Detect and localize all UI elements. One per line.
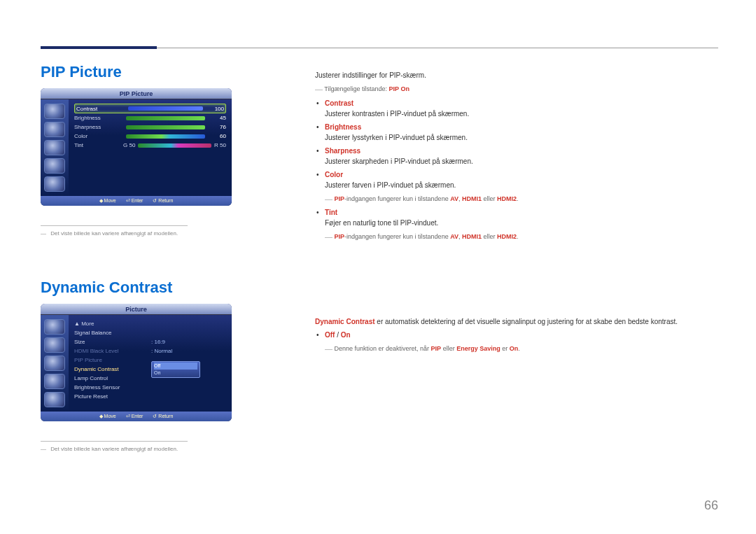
color-footnote: ― PIP-indgangen fungerer kun i tilstande… (325, 193, 721, 205)
gear-icon (44, 158, 65, 174)
layers-icon (44, 176, 65, 192)
intro-text: Justerer indstillinger for PIP-skærm. (315, 70, 721, 80)
layers-icon (44, 392, 65, 407)
item-tint-name: Tint (325, 207, 721, 218)
slider-tint (138, 143, 211, 148)
item-tint: Tint Føjer en naturlig tone til PIP-vind… (325, 207, 721, 243)
dropdown-on: On (154, 370, 197, 377)
osd2-row-picreset: Picture Reset (74, 392, 226, 401)
osd2-row-dyncontrast: Dynamic Contrast Off On (74, 365, 226, 374)
section2-title: Dynamic Contrast (41, 279, 251, 297)
osd1-brightness-label: Brightness (74, 115, 123, 121)
osd1-color-val: 60 (208, 133, 226, 139)
osd2-enter: Enter (132, 414, 144, 419)
osd2-dropdown: Off On (151, 361, 200, 378)
dyn-options: Off / On (325, 330, 721, 340)
osd1-brightness-val: 45 (208, 115, 226, 121)
osd-dynamic-contrast: Picture ▲ More Signal Balance Size: 16:9… (41, 304, 232, 421)
speaker-icon (44, 356, 65, 371)
camera-icon (44, 319, 65, 335)
item-contrast-name: Contrast (325, 98, 721, 108)
item-color-name: Color (325, 169, 721, 180)
speaker-icon (44, 140, 65, 155)
item-sharpness: Sharpness Justerer skarpheden i PIP-vind… (325, 146, 721, 167)
osd1-row-brightness: Brightness 45 (74, 113, 226, 122)
osd2-sidebar-icons (41, 315, 69, 412)
osd1-footer: ◆ Move ⏎ Enter ↺ Return (41, 196, 232, 206)
osd1-return: Return (158, 198, 173, 203)
osd1-sharpness-val: 76 (208, 124, 226, 130)
note1: ― Det viste billede kan variere afhængig… (41, 225, 251, 237)
osd1-contrast-val: 100 (206, 106, 224, 112)
gear-icon (44, 374, 65, 389)
item-sharpness-desc: Justerer skarpheden i PIP-vinduet på skæ… (325, 156, 721, 167)
left-column: PIP Picture PIP Picture Contrast 100 Bri… (41, 63, 251, 452)
osd1-title: PIP Picture (41, 88, 232, 99)
modes-value: PIP On (389, 85, 410, 92)
screen-icon (44, 122, 65, 137)
osd1-move: Move (104, 198, 116, 203)
osd2-footer: ◆ Move ⏎ Enter ↺ Return (41, 412, 232, 421)
modes-line: ― Tilgængelige tilstande: PIP On (315, 83, 721, 95)
right-col-2: Dynamic Contrast er automatisk detekteri… (315, 316, 721, 358)
modes-label: Tilgængelige tilstande: (324, 85, 387, 92)
osd1-sidebar-icons (41, 99, 69, 196)
osd1-enter: Enter (132, 198, 144, 203)
dyn-lead-rest: er automatisk detektering af det visuell… (375, 318, 678, 325)
osd2-row-size: Size: 16:9 (74, 337, 226, 346)
tint-g-label: G (123, 142, 127, 148)
camera-icon (44, 104, 65, 119)
note2-text: Det viste billede kan variere afhængigt … (50, 446, 178, 452)
item-contrast-desc: Justerer kontrasten i PIP-vinduet på skæ… (325, 108, 721, 119)
page-number: 66 (704, 498, 718, 513)
section1-title: PIP Picture (41, 63, 251, 81)
item-color-desc: Justerer farven i PIP-vinduet på skærmen… (325, 180, 721, 190)
item-tint-desc: Føjer en naturlig tone til PIP-vinduet. (325, 218, 721, 228)
osd2-row-lamp: Lamp Control (74, 374, 226, 383)
dyn-lead: Dynamic Contrast er automatisk detekteri… (315, 316, 721, 327)
osd2-return: Return (158, 414, 173, 419)
osd1-row-contrast: Contrast 100 (74, 104, 226, 113)
item-brightness: Brightness Justerer lysstyrken i PIP-vin… (325, 122, 721, 143)
tint-g-val: 50 (129, 142, 135, 148)
osd-pip-picture: PIP Picture Contrast 100 Brightness 45 (41, 88, 232, 206)
osd1-sharpness-label: Sharpness (74, 124, 123, 130)
slider-brightness (126, 116, 205, 120)
osd2-row-brightsensor: Brightness Sensor (74, 383, 226, 392)
screen-icon (44, 337, 65, 353)
osd1-row-tint: Tint G 50 R 50 (74, 141, 226, 150)
slider-contrast (128, 106, 203, 111)
opt-on: On (341, 331, 351, 339)
right-col-1: Justerer indstillinger for PIP-skærm. ― … (315, 70, 721, 246)
tint-footnote: ― PIP-indgangen fungerer kun i tilstande… (325, 231, 721, 243)
item-brightness-desc: Justerer lysstyrken i PIP-vinduet på skæ… (325, 132, 721, 143)
osd1-row-color: Color 60 (74, 132, 226, 141)
osd2-title: Picture (41, 304, 232, 315)
slider-sharpness (126, 125, 205, 129)
osd2-row-pip: PIP Picture (74, 356, 226, 365)
osd1-contrast-label: Contrast (76, 106, 125, 112)
tint-r-val: 50 (220, 142, 226, 148)
note2: ― Det viste billede kan variere afhængig… (41, 441, 251, 452)
tint-r-label: R (214, 142, 218, 148)
osd1-color-label: Color (74, 133, 123, 139)
osd2-row-hdmi: HDMI Black Level: Normal (74, 346, 226, 356)
item-brightness-name: Brightness (325, 122, 721, 132)
header-accent (41, 46, 157, 49)
osd2-move: Move (104, 414, 116, 419)
note1-dash: ― (41, 230, 46, 237)
note1-text: Det viste billede kan variere afhængigt … (50, 230, 178, 237)
osd2-row-signal: Signal Balance (74, 328, 226, 337)
osd1-tint-label: Tint (74, 142, 123, 148)
osd2-more: ▲ More (74, 319, 226, 328)
note2-dash: ― (41, 446, 46, 452)
item-sharpness-name: Sharpness (325, 146, 721, 156)
item-contrast: Contrast Justerer kontrasten i PIP-vindu… (325, 98, 721, 119)
dropdown-off: Off (154, 363, 197, 370)
slider-color (126, 134, 205, 139)
item-color: Color Justerer farven i PIP-vinduet på s… (325, 169, 721, 205)
dyn-condition: ― Denne funktion er deaktiveret, når PIP… (325, 343, 721, 355)
opt-off: Off (325, 331, 335, 339)
osd1-row-sharpness: Sharpness 76 (74, 122, 226, 132)
dyn-lead-name: Dynamic Contrast (315, 318, 375, 325)
